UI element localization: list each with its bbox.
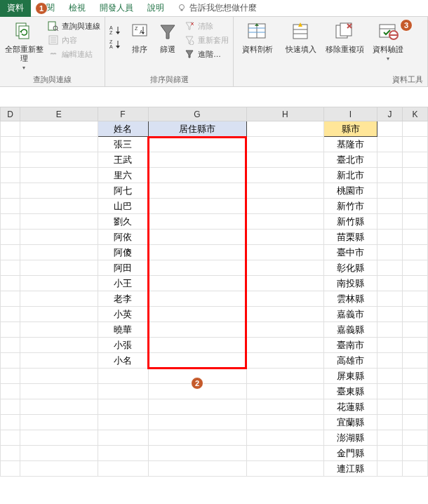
refresh-all-button[interactable]: 全部重新整理 ▾ <box>4 20 44 71</box>
cell[interactable] <box>98 415 148 430</box>
cell[interactable]: 阿傻 <box>98 245 148 260</box>
cell[interactable] <box>403 260 428 276</box>
cell[interactable] <box>403 152 428 168</box>
cell[interactable] <box>1 384 20 399</box>
cell[interactable] <box>377 137 403 152</box>
cell[interactable] <box>403 322 428 338</box>
cell[interactable] <box>148 415 246 430</box>
cell[interactable] <box>246 260 324 276</box>
sort-button[interactable]: ZA 排序 <box>128 20 152 54</box>
cell[interactable] <box>148 214 246 230</box>
cell[interactable]: 臺南市 <box>324 338 377 353</box>
cell[interactable]: 縣市 <box>324 121 377 137</box>
cell[interactable] <box>403 446 428 461</box>
cell[interactable] <box>20 276 98 291</box>
cell[interactable] <box>403 307 428 322</box>
col-header[interactable]: E <box>20 107 98 121</box>
cell[interactable] <box>246 137 324 152</box>
cell[interactable] <box>1 461 20 477</box>
cell[interactable]: 桃園市 <box>324 183 377 199</box>
cell[interactable] <box>403 121 428 137</box>
cell[interactable] <box>246 168 324 183</box>
cell[interactable]: 屏東縣 <box>324 369 377 384</box>
col-header[interactable]: D <box>1 107 20 121</box>
cell[interactable] <box>1 245 20 260</box>
cell[interactable] <box>20 137 98 152</box>
cell[interactable] <box>148 245 246 260</box>
cell[interactable] <box>1 415 20 430</box>
cell[interactable] <box>246 446 324 461</box>
cell[interactable] <box>20 338 98 353</box>
cell[interactable] <box>20 430 98 446</box>
cell[interactable] <box>1 353 20 369</box>
cell[interactable]: 臺中市 <box>324 245 377 260</box>
cell[interactable] <box>246 183 324 199</box>
cell[interactable] <box>148 183 246 199</box>
cell[interactable] <box>246 121 324 137</box>
cell[interactable] <box>20 353 98 369</box>
cell[interactable] <box>377 322 403 338</box>
cell[interactable] <box>1 121 20 137</box>
cell[interactable]: 阿田 <box>98 260 148 276</box>
cell[interactable] <box>1 291 20 307</box>
cell[interactable]: 小張 <box>98 338 148 353</box>
cell[interactable] <box>403 353 428 369</box>
cell[interactable]: 臺東縣 <box>324 384 377 399</box>
sort-asc-button[interactable]: AZ <box>109 24 123 37</box>
cell[interactable]: 阿依 <box>98 230 148 245</box>
cell[interactable] <box>1 183 20 199</box>
cell[interactable]: 新竹市 <box>324 199 377 214</box>
cell[interactable] <box>403 369 428 384</box>
cell[interactable] <box>403 230 428 245</box>
col-header[interactable]: H <box>246 107 324 121</box>
cell[interactable] <box>1 276 20 291</box>
cell[interactable] <box>403 415 428 430</box>
cell[interactable] <box>1 399 20 415</box>
cell[interactable]: 澎湖縣 <box>324 430 377 446</box>
cell[interactable] <box>403 137 428 152</box>
cell[interactable] <box>377 245 403 260</box>
cell[interactable] <box>148 461 246 477</box>
cell[interactable] <box>377 369 403 384</box>
cell[interactable] <box>377 168 403 183</box>
cell[interactable] <box>1 260 20 276</box>
cell[interactable]: 高雄市 <box>324 353 377 369</box>
flash-fill-button[interactable]: 快速填入 <box>281 20 321 54</box>
cell[interactable] <box>377 152 403 168</box>
cell[interactable] <box>377 430 403 446</box>
cell[interactable] <box>148 307 246 322</box>
cell[interactable] <box>20 307 98 322</box>
col-header[interactable]: F <box>98 107 148 121</box>
cell[interactable] <box>148 276 246 291</box>
cell[interactable] <box>377 415 403 430</box>
cell[interactable] <box>377 183 403 199</box>
cell[interactable] <box>246 338 324 353</box>
cell[interactable] <box>1 307 20 322</box>
cell[interactable] <box>377 199 403 214</box>
cell[interactable]: 老李 <box>98 291 148 307</box>
cell[interactable]: 居住縣市 <box>148 121 246 137</box>
cell[interactable] <box>148 322 246 338</box>
cell[interactable] <box>377 307 403 322</box>
cell[interactable] <box>246 199 324 214</box>
cell[interactable] <box>20 152 98 168</box>
cell[interactable] <box>1 137 20 152</box>
cell[interactable] <box>98 399 148 415</box>
cell[interactable]: 曉華 <box>98 322 148 338</box>
col-header[interactable]: K <box>403 107 428 121</box>
text-to-columns-button[interactable]: 資料剖析 <box>238 20 277 54</box>
cell[interactable] <box>1 430 20 446</box>
cell[interactable] <box>20 415 98 430</box>
cell[interactable]: 金門縣 <box>324 446 377 461</box>
cell[interactable] <box>246 291 324 307</box>
cell[interactable] <box>148 353 246 369</box>
clear-button[interactable]: 清除 <box>184 20 229 32</box>
cell[interactable]: 劉久 <box>98 214 148 230</box>
remove-dup-button[interactable]: 移除重複項 <box>325 20 364 54</box>
tab-help[interactable]: 說明 <box>140 0 171 17</box>
cell[interactable] <box>20 461 98 477</box>
cell[interactable] <box>20 121 98 137</box>
tell-me[interactable]: 告訴我您想做什麼 <box>171 2 257 14</box>
cell[interactable] <box>246 415 324 430</box>
cell[interactable] <box>98 446 148 461</box>
